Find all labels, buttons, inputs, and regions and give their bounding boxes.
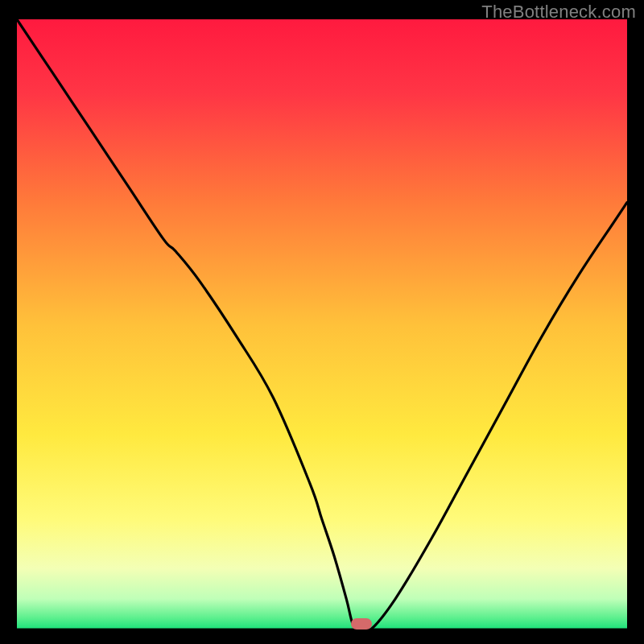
plot-area (17, 19, 627, 630)
bottleneck-curve (17, 19, 627, 630)
optimal-marker (351, 618, 372, 630)
curve-layer (17, 19, 627, 630)
attribution-text: TheBottleneck.com (481, 2, 636, 23)
chart-frame: TheBottleneck.com (0, 0, 644, 644)
